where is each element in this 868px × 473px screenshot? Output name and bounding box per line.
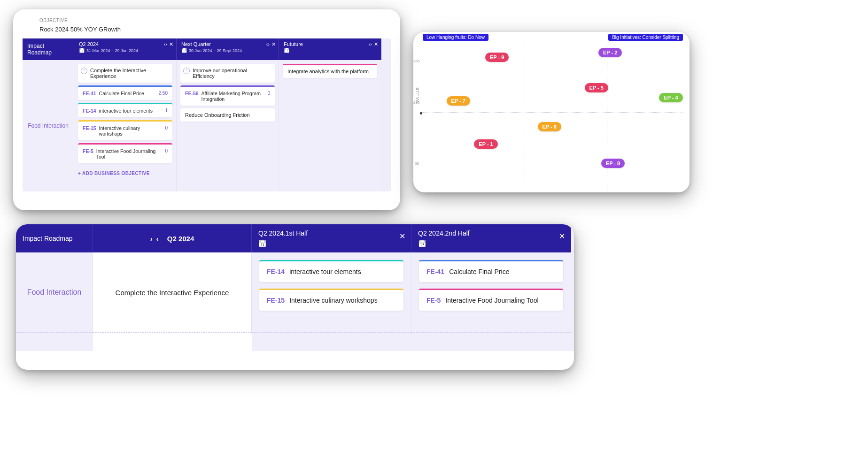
roadmap-title: Impact Roadmap [27,43,70,56]
task-id: FE-14 [83,108,96,114]
dashed-divider [16,332,93,351]
task-row[interactable]: FE-5 Interactive Food Journaling Tool [419,289,563,311]
column-title: Q2 2024 [79,41,172,47]
expand-icon[interactable]: ‹› [369,41,372,47]
origin-dot [420,112,422,114]
close-icon[interactable]: ✕ [271,41,276,47]
column-body-first-half: FE-14 interactive tour elements FE-15 In… [252,252,411,332]
task-row[interactable]: FE-14 interactive tour elements [259,260,403,282]
objective-label: OBJECTIVE [39,18,391,23]
task-title: Interactive Food Journaling Tool [96,148,163,160]
task-row[interactable]: FE-15 Interactive culinary workshops 0 [78,120,172,140]
roadmap-card-wide: Impact Roadmap › ‹ Q2 2024 Q2 2024.1st H… [16,224,574,370]
y-tick: 200 [413,100,419,105]
task-row[interactable]: FE-5 Interactive Food Journaling Tool 0 [78,143,172,163]
task-title: interactive tour elements [99,108,163,114]
add-business-objective-button[interactable]: + ADD BUSINESS OBJECTIVE [78,166,172,176]
lane-label: Food Interaction [27,288,82,297]
task-row[interactable]: FE-15 Interactive culinary workshops [259,289,403,311]
key-result-title: Reduce Onboarding Friction [185,112,250,118]
chart-point[interactable]: EP - 9 [485,53,509,62]
y-tick: 300 [413,59,419,63]
calendar-icon [284,48,289,53]
close-icon[interactable]: ✕ [374,41,378,47]
dashed-divider [411,332,571,351]
gridline [607,43,607,191]
period-label: Q2 2024 [167,235,194,243]
column-body-next: ⌃ Improve our operational Efficiency FE-… [177,60,279,191]
column-header-q2: Q2 2024 31 Mar 2024 – 29 Jun 2024 ‹› ✕ [74,38,177,60]
roadmap-grid-wide: Impact Roadmap › ‹ Q2 2024 Q2 2024.1st H… [16,224,574,351]
expand-icon[interactable]: ‹› [164,41,167,47]
lane-label-cell: Food Interaction [16,252,93,332]
close-icon[interactable]: ✕ [169,41,173,47]
chevron-up-icon[interactable]: ⌃ [81,68,87,74]
task-title: Calculate Final Price [99,91,156,96]
roadmap-title-cell: Impact Roadmap [16,224,93,252]
column-title: Next Quarter [181,41,275,47]
dashed-divider [93,332,252,351]
column-dates: 30 Jun 2024 – 29 Sept 2024 [181,48,275,53]
chevron-left-icon[interactable]: ‹ [156,235,159,243]
task-row[interactable]: FE-14 interactive tour elements 1 [78,103,172,117]
column-title: Q2 2024.2nd Half [418,229,564,237]
key-result-title: Improve our operational Efficiency [193,68,270,79]
calendar-icon [79,48,85,53]
column-dates: 31 Mar 2024 – 29 Jun 2024 [79,48,172,53]
chart-area: VALUE 50 200 300 Low Hanging fruits: Do … [413,32,690,192]
column-title: Q2 2024.1st Half [258,229,404,237]
column-dates [284,48,377,53]
annotation-do-now: Low Hanging fruits: Do Now [423,34,488,41]
calendar-icon[interactable] [418,240,564,247]
task-id: FE-14 [267,268,285,275]
task-title: Calculate Final Price [449,268,509,275]
objective-title: Rock 2024 50% YOY GRowth [39,26,391,33]
task-id: FE-41 [83,91,96,96]
task-id: FE-5 [426,297,441,304]
task-id: FE-15 [83,125,96,131]
chart-point[interactable]: EP - 8 [601,159,625,168]
chart-point[interactable]: EP - 6 [538,122,561,131]
calendar-icon [181,48,187,53]
chevron-right-icon[interactable]: › [150,235,153,243]
task-row[interactable]: FE-41 Calculate Final Price [419,260,563,282]
column-body-future: Integrate analytics with the platform [279,60,381,191]
chevron-up-icon[interactable]: ⌃ [183,68,190,74]
task-id: FE-15 [267,297,285,304]
column-body-q2: ⌃ Complete the Interactive Experience FE… [74,60,177,191]
task-title: Affiliate Marketing Program Integration [202,91,265,102]
roadmap-title-cell: Impact Roadmap [23,38,74,60]
key-result[interactable]: ⌃ Complete the Interactive Experience [78,64,172,83]
task-title: Interactive culinary workshops [289,297,378,304]
objective-description-cell: Complete the Interactive Experience [93,252,252,332]
chart-point[interactable]: EP - 7 [447,96,470,106]
task-id: FE-41 [426,268,444,275]
close-icon[interactable]: ✕ [399,232,405,241]
task-row[interactable]: FE-41 Calculate Final Price 2.50 [78,85,172,100]
task-score: 1 [165,108,168,113]
lane-label-cell: Food Interaction [23,60,74,191]
calendar-icon[interactable] [258,240,404,247]
chart-point[interactable]: EP - 5 [585,83,608,92]
task-title: Interactive Food Journaling Tool [445,297,538,304]
expand-icon[interactable]: ‹› [266,41,270,47]
period-header: › ‹ Q2 2024 [93,224,252,252]
chart-point[interactable]: EP - 2 [598,48,622,57]
chart-point[interactable]: EP - 4 [659,93,682,102]
column-header-first-half: Q2 2024.1st Half ✕ [252,224,411,252]
roadmap-card-compact: OBJECTIVE Rock 2024 50% YOY GRowth Impac… [13,9,400,210]
column-title: Fututure [284,41,377,47]
gridline [420,112,683,113]
key-result[interactable]: Reduce Onboarding Friction [180,108,275,122]
roadmap-title: Impact Roadmap [23,235,86,242]
task-score: 2.50 [159,91,168,96]
key-result[interactable]: Integrate analytics with the platform [283,64,377,78]
chart-point[interactable]: EP - 1 [474,139,497,149]
dashed-divider [252,332,411,351]
key-result[interactable]: ⌃ Improve our operational Efficiency [180,64,275,83]
close-icon[interactable]: ✕ [559,232,565,241]
task-row[interactable]: FE-56 Affiliate Marketing Program Integr… [180,85,275,106]
column-body-second-half: FE-41 Calculate Final Price FE-5 Interac… [411,252,571,332]
y-tick: 50 [413,161,419,166]
task-id: FE-56 [185,91,199,96]
